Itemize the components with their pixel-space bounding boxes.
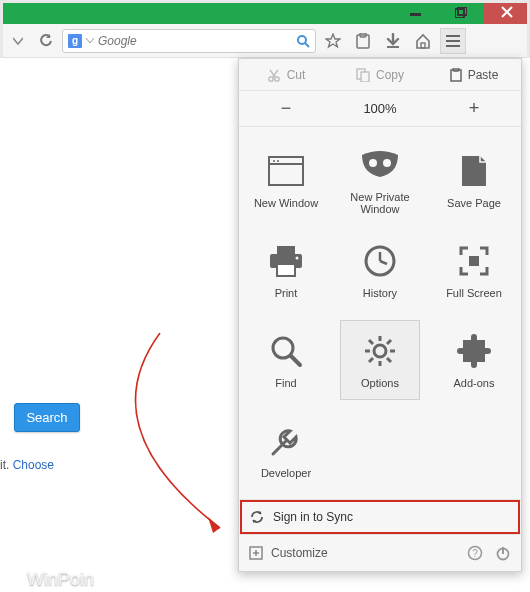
svg-rect-11 [446, 35, 460, 37]
sync-label: Sign in to Sync [273, 510, 353, 524]
minimize-icon [410, 7, 421, 18]
search-icon[interactable] [296, 34, 310, 48]
menu-button[interactable] [440, 28, 466, 54]
svg-point-5 [298, 36, 306, 44]
reading-list-button[interactable] [350, 28, 376, 54]
cut-button: Cut [239, 59, 333, 90]
wrench-icon [266, 421, 306, 461]
help-icon[interactable]: ? [467, 545, 483, 561]
copy-label: Copy [376, 68, 404, 82]
magnifier-icon [266, 331, 306, 371]
addons-button[interactable]: Add-ons [427, 315, 521, 405]
svg-point-24 [273, 160, 275, 162]
developer-button[interactable]: Developer [239, 405, 333, 495]
svg-line-46 [369, 358, 373, 362]
options-button[interactable]: Options [333, 315, 427, 405]
customize-button[interactable]: Customize [271, 546, 328, 560]
svg-rect-0 [410, 13, 421, 16]
watermark-logo-icon [6, 571, 23, 588]
svg-line-44 [387, 358, 391, 362]
zoom-in-button[interactable]: + [427, 98, 521, 119]
paste-button[interactable]: Paste [427, 59, 521, 90]
new-private-window-button[interactable]: New Private Window [333, 135, 427, 225]
svg-point-26 [369, 159, 377, 167]
home-icon [415, 33, 431, 49]
choose-prefix: it. [0, 458, 13, 472]
svg-line-45 [387, 340, 391, 344]
grid-label: Add-ons [453, 377, 494, 389]
svg-rect-1 [455, 9, 464, 18]
svg-line-34 [380, 261, 387, 264]
star-icon [325, 33, 341, 49]
history-button[interactable]: History [333, 225, 427, 315]
save-page-button[interactable]: Save Page [427, 135, 521, 225]
close-icon [501, 6, 513, 18]
svg-rect-28 [277, 246, 295, 254]
watermark: WinPoin [6, 569, 94, 590]
grid-label: New Window [254, 197, 318, 209]
svg-rect-12 [446, 40, 460, 42]
copy-icon [356, 68, 370, 82]
bookmark-star-button[interactable] [320, 28, 346, 54]
downloads-button[interactable] [380, 28, 406, 54]
power-icon[interactable] [495, 545, 511, 561]
watermark-text: WinPoin [27, 569, 94, 590]
reload-button[interactable] [34, 29, 58, 53]
menu-grid: New Window New Private Window Save Page … [239, 127, 521, 499]
svg-text:?: ? [472, 548, 478, 559]
new-window-button[interactable]: New Window [239, 135, 333, 225]
svg-point-27 [383, 159, 391, 167]
grid-label: Save Page [447, 197, 501, 209]
printer-icon [266, 241, 306, 281]
app-menu-panel: Cut Copy Paste − 100% + New Window N [238, 58, 522, 572]
find-button[interactable]: Find [239, 315, 333, 405]
fullscreen-icon [454, 241, 494, 281]
dropdown-button[interactable] [6, 29, 30, 53]
svg-point-38 [374, 345, 386, 357]
grid-label: New Private Window [337, 191, 423, 215]
minimize-button[interactable] [392, 0, 438, 24]
svg-point-25 [277, 160, 279, 162]
print-button[interactable]: Print [239, 225, 333, 315]
page-icon [454, 151, 494, 191]
sign-in-sync-button[interactable]: Sign in to Sync [239, 499, 521, 535]
minus-icon: − [281, 98, 292, 119]
search-input[interactable] [98, 34, 296, 48]
svg-line-43 [369, 340, 373, 344]
svg-line-37 [291, 356, 300, 365]
home-button[interactable] [410, 28, 436, 54]
svg-rect-13 [446, 45, 460, 47]
svg-line-6 [305, 43, 309, 47]
cut-label: Cut [287, 68, 306, 82]
close-button[interactable] [484, 0, 530, 24]
hamburger-icon [446, 35, 460, 47]
search-provider-icon: g [68, 34, 82, 48]
chevron-down-icon [13, 36, 23, 46]
page-content: Search it. Choose Cut Copy Paste − 1 [0, 58, 530, 592]
choose-link[interactable]: Choose [13, 458, 54, 472]
paste-label: Paste [468, 68, 499, 82]
reload-icon [39, 34, 53, 48]
window-titlebar [0, 0, 530, 24]
sync-icon [249, 509, 265, 525]
grid-label: Print [275, 287, 298, 299]
zoom-level: 100% [333, 101, 427, 116]
search-button[interactable]: Search [14, 403, 80, 432]
grid-label: Find [275, 377, 296, 389]
chevron-down-icon[interactable] [86, 37, 94, 45]
svg-rect-30 [277, 264, 295, 276]
copy-button: Copy [333, 59, 427, 90]
svg-rect-19 [361, 72, 369, 82]
grid-label: Developer [261, 467, 311, 479]
clock-icon [360, 241, 400, 281]
maximize-icon [455, 7, 467, 18]
gear-icon [360, 331, 400, 371]
zoom-out-button[interactable]: − [239, 98, 333, 119]
maximize-button[interactable] [438, 0, 484, 24]
search-box[interactable]: g [62, 29, 316, 53]
download-icon [385, 33, 401, 49]
grid-label: Full Screen [446, 287, 502, 299]
fullscreen-button[interactable]: Full Screen [427, 225, 521, 315]
puzzle-icon [454, 331, 494, 371]
svg-point-31 [295, 257, 298, 260]
